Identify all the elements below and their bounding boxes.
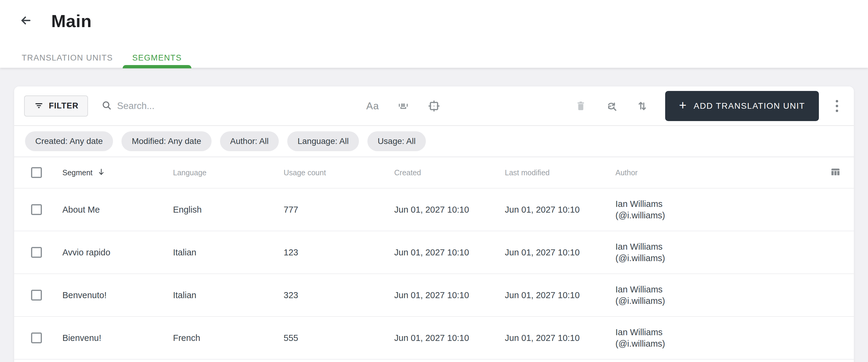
cell-segment: Benvenuto!	[62, 290, 173, 300]
tab-label: TRANSLATION UNITS	[22, 53, 113, 63]
table-row[interactable]: Bienvenu! French 555 Jun 01, 2027 10:10 …	[14, 317, 854, 360]
sort-order-icon[interactable]	[636, 99, 649, 112]
author-handle: (@i.williams)	[615, 295, 814, 306]
tab-translation-units[interactable]: TRANSLATION UNITS	[12, 48, 123, 68]
table-row[interactable]: Benvenuto! Italian 323 Jun 01, 2027 10:1…	[14, 274, 854, 317]
cell-language: Italian	[173, 290, 284, 300]
chip-modified[interactable]: Modified: Any date	[121, 131, 211, 151]
tab-label: SEGMENTS	[132, 53, 182, 63]
author-name: Ian Williams	[615, 326, 814, 338]
table-columns-icon[interactable]	[829, 166, 842, 179]
tab-segments[interactable]: SEGMENTS	[123, 48, 191, 68]
back-button[interactable]	[19, 14, 33, 28]
chip-created[interactable]: Created: Any date	[25, 131, 113, 151]
add-translation-unit-button[interactable]: + ADD TRANSLATION UNIT	[665, 91, 819, 121]
column-last-modified[interactable]: Last modified	[505, 168, 615, 177]
cell-author: Ian Williams (@i.williams)	[615, 198, 814, 221]
row-checkbox[interactable]	[31, 332, 42, 343]
cell-modified: Jun 01, 2027 10:10	[505, 333, 615, 343]
search-bar	[101, 100, 346, 112]
filter-chips-row: Created: Any date Modified: Any date Aut…	[14, 126, 854, 157]
title-row: Main	[0, 0, 868, 31]
filter-list-icon	[34, 100, 44, 111]
cell-modified: Jun 01, 2027 10:10	[505, 205, 615, 215]
toolbar: FILTER Aa	[14, 87, 854, 126]
search-input[interactable]	[117, 101, 346, 111]
match-word-icon[interactable]	[397, 99, 410, 112]
cell-language: Italian	[173, 248, 284, 258]
top-header: Main TRANSLATION UNITS SEGMENTS	[0, 0, 868, 68]
table-row[interactable]: Avvio rapido Italian 123 Jun 01, 2027 10…	[14, 231, 854, 274]
segments-card: FILTER Aa	[14, 87, 854, 362]
cell-usage: 555	[284, 333, 394, 343]
cell-segment: Avvio rapido	[62, 248, 173, 258]
cell-usage: 323	[284, 290, 394, 300]
cell-author: Ian Williams (@i.williams)	[615, 241, 814, 264]
search-option-icons: Aa	[366, 99, 441, 112]
author-name: Ian Williams	[615, 284, 814, 295]
cell-created: Jun 01, 2027 10:10	[394, 205, 505, 215]
row-checkbox[interactable]	[31, 247, 42, 258]
header-checkbox-cell	[31, 167, 62, 178]
column-created[interactable]: Created	[394, 168, 505, 177]
cell-language: French	[173, 333, 284, 343]
cell-author: Ian Williams (@i.williams)	[615, 326, 814, 349]
table-header: Segment Language Usage count Created Las…	[14, 157, 854, 189]
add-button-label: ADD TRANSLATION UNIT	[694, 101, 805, 111]
row-checkbox[interactable]	[31, 204, 42, 215]
find-replace-icon[interactable]	[605, 99, 618, 112]
cell-usage: 777	[284, 205, 394, 215]
tab-bar: TRANSLATION UNITS SEGMENTS	[12, 48, 191, 68]
column-usage-count[interactable]: Usage count	[284, 168, 394, 177]
cell-usage: 123	[284, 248, 394, 258]
page-title: Main	[51, 11, 92, 31]
more-options-icon[interactable]	[833, 98, 841, 114]
cell-segment: Bienvenu!	[62, 333, 173, 343]
plus-icon: +	[679, 99, 687, 112]
select-all-checkbox[interactable]	[31, 167, 42, 178]
author-handle: (@i.williams)	[615, 209, 814, 221]
filter-button[interactable]: FILTER	[24, 96, 88, 117]
sort-desc-icon	[97, 167, 106, 178]
cell-created: Jun 01, 2027 10:10	[394, 290, 505, 300]
cell-modified: Jun 01, 2027 10:10	[505, 290, 615, 300]
author-handle: (@i.williams)	[615, 338, 814, 349]
column-settings-cell	[814, 166, 842, 179]
cell-created: Jun 01, 2027 10:10	[394, 333, 505, 343]
column-segment[interactable]: Segment	[62, 167, 173, 178]
filter-button-label: FILTER	[49, 101, 79, 110]
match-case-icon[interactable]: Aa	[366, 99, 379, 112]
chip-language[interactable]: Language: All	[287, 131, 359, 151]
chip-usage[interactable]: Usage: All	[367, 131, 426, 151]
cell-author: Ian Williams (@i.williams)	[615, 284, 814, 306]
arrow-left-icon	[19, 14, 33, 28]
active-tab-indicator	[123, 65, 191, 68]
cell-language: English	[173, 205, 284, 215]
select-frame-icon[interactable]	[427, 99, 441, 112]
row-checkbox[interactable]	[31, 290, 42, 301]
column-author[interactable]: Author	[615, 168, 814, 177]
cell-modified: Jun 01, 2027 10:10	[505, 248, 615, 258]
author-handle: (@i.williams)	[615, 252, 814, 264]
author-name: Ian Williams	[615, 241, 814, 252]
page-body: FILTER Aa	[0, 68, 868, 362]
delete-icon[interactable]	[574, 99, 587, 112]
search-icon	[101, 100, 112, 112]
cell-created: Jun 01, 2027 10:10	[394, 248, 505, 258]
table-row[interactable]: About Me English 777 Jun 01, 2027 10:10 …	[14, 189, 854, 231]
action-icons	[574, 99, 649, 112]
author-name: Ian Williams	[615, 198, 814, 209]
cell-segment: About Me	[62, 205, 173, 215]
column-language[interactable]: Language	[173, 168, 284, 177]
chip-author[interactable]: Author: All	[220, 131, 279, 151]
